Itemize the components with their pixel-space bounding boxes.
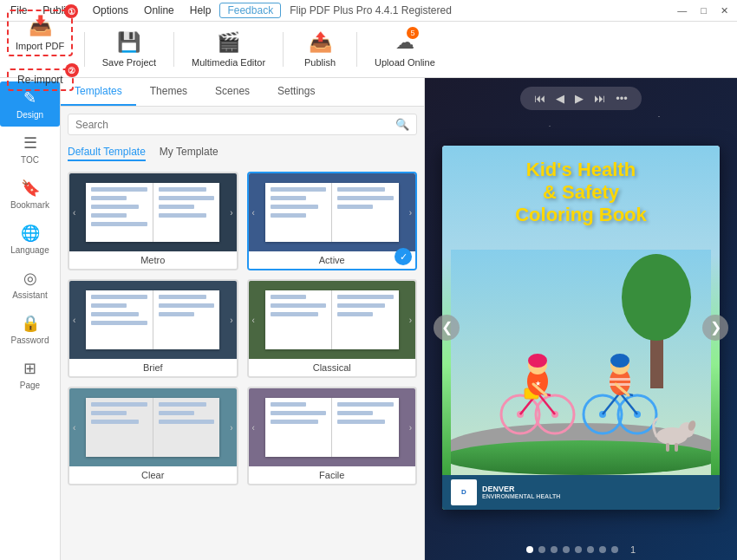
active-preview: ‹ › bbox=[249, 173, 416, 251]
toolbar-sep-2 bbox=[173, 32, 174, 67]
classical-preview: ‹ › bbox=[249, 281, 416, 359]
sidebar-item-assistant[interactable]: ◎ Assistant bbox=[0, 262, 60, 307]
template-facile[interactable]: ‹ › Facile bbox=[247, 387, 418, 485]
import-icon: 📥 bbox=[29, 15, 52, 37]
template-brief[interactable]: ‹ › Brief bbox=[68, 279, 238, 378]
page-dot-6[interactable] bbox=[587, 546, 594, 553]
search-input[interactable] bbox=[75, 119, 392, 131]
bottom-controls: 1 bbox=[526, 544, 636, 560]
book-title-line1: Kid's Health bbox=[451, 159, 711, 181]
book-prev-arrow[interactable]: ❮ bbox=[434, 315, 460, 341]
classical-nav-right: › bbox=[409, 316, 412, 325]
reimport-badge: ② bbox=[65, 63, 79, 77]
metro-nav-left: ‹ bbox=[73, 208, 75, 218]
denver-logo-text: DENVER ENVIRONMENTAL HEALTH bbox=[482, 485, 560, 499]
page-number: 1 bbox=[630, 544, 636, 555]
bookmark-icon: 🔖 bbox=[21, 179, 40, 198]
menu-feedback[interactable]: Feedback bbox=[219, 3, 281, 18]
svg-point-16 bbox=[528, 354, 547, 368]
facile-name: Facile bbox=[249, 466, 416, 484]
multimedia-editor-button[interactable]: 🎬 Multimedia Editor bbox=[185, 28, 272, 71]
templates-grid: ‹ › Metro bbox=[61, 168, 424, 489]
publish-button[interactable]: 📤 Publish bbox=[294, 28, 346, 71]
book-title: Kid's Health & Safety Coloring Book bbox=[442, 146, 720, 231]
page-dot-1[interactable] bbox=[526, 546, 533, 553]
close-button[interactable]: ✕ bbox=[715, 3, 734, 18]
player-last-button[interactable]: ⏭ bbox=[590, 90, 609, 107]
toolbar-sep-4 bbox=[356, 32, 357, 67]
facile-preview: ‹ › bbox=[249, 388, 416, 466]
menu-options[interactable]: Options bbox=[86, 3, 135, 18]
minimize-button[interactable]: — bbox=[672, 3, 692, 17]
page-dot-5[interactable] bbox=[575, 546, 582, 553]
template-clear[interactable]: ‹ › Clear bbox=[68, 387, 238, 485]
template-metro[interactable]: ‹ › Metro bbox=[68, 172, 238, 270]
reimport-label: Re-import bbox=[17, 74, 63, 86]
page-dot-3[interactable] bbox=[551, 546, 558, 553]
sidebar-item-language[interactable]: 🌐 Language bbox=[0, 217, 60, 262]
save-icon: 💾 bbox=[117, 31, 140, 54]
reimport-button[interactable]: ② Re-import bbox=[7, 68, 74, 91]
page-dot-8[interactable] bbox=[611, 546, 618, 553]
menu-online[interactable]: Online bbox=[137, 3, 181, 18]
sidebar-item-bookmark[interactable]: 🔖 Bookmark bbox=[0, 172, 60, 217]
metro-nav-right: › bbox=[230, 208, 232, 218]
main-area: ✎ Design ☰ TOC 🔖 Bookmark 🌐 Language ◎ A… bbox=[0, 78, 737, 560]
template-classical[interactable]: ‹ › Classical bbox=[247, 279, 418, 378]
maximize-button[interactable]: □ bbox=[695, 3, 712, 17]
template-tab-bar: Default Template My Template bbox=[61, 142, 424, 168]
design-icon: ✎ bbox=[23, 88, 36, 107]
template-tab-my[interactable]: My Template bbox=[160, 146, 218, 161]
clear-nav-left: ‹ bbox=[73, 423, 75, 433]
save-project-button[interactable]: 💾 Save Project bbox=[95, 28, 163, 71]
save-label: Save Project bbox=[102, 57, 156, 68]
player-first-button[interactable]: ⏮ bbox=[531, 90, 549, 107]
classical-nav-left: ‹ bbox=[252, 316, 255, 325]
svg-point-4 bbox=[451, 440, 711, 475]
sidebar-label-page: Page bbox=[20, 381, 40, 390]
sidebar-item-password[interactable]: 🔒 Password bbox=[0, 307, 60, 352]
template-tab-default[interactable]: Default Template bbox=[68, 146, 146, 161]
classical-name: Classical bbox=[249, 359, 416, 376]
template-active[interactable]: ‹ › Active ✓ bbox=[247, 172, 418, 270]
svg-point-30 bbox=[610, 354, 629, 368]
sidebar-label-design: Design bbox=[16, 110, 43, 120]
sidebar-label-language: Language bbox=[10, 245, 49, 255]
page-dot-2[interactable] bbox=[538, 546, 545, 553]
cover-image: Kid's Health & Safety Coloring Book bbox=[442, 146, 720, 510]
menubar: File Publish Options Online Help Feedbac… bbox=[0, 0, 737, 22]
publish-label: Publish bbox=[304, 57, 336, 68]
player-more-button[interactable]: ••• bbox=[612, 90, 631, 107]
player-prev-button[interactable]: ◀ bbox=[552, 90, 568, 107]
player-next-button[interactable]: ▶ bbox=[571, 90, 587, 107]
svg-point-2 bbox=[622, 254, 691, 341]
page-icon: ⊞ bbox=[23, 359, 36, 378]
book-cover-area: ❮ Kid's Health & Safety Coloring Book bbox=[425, 110, 737, 544]
import-pdf-button[interactable]: ① 📥 Import PDF bbox=[7, 10, 73, 56]
metro-preview: ‹ › bbox=[69, 173, 237, 251]
svg-rect-35 bbox=[666, 443, 669, 452]
multimedia-label: Multimedia Editor bbox=[192, 57, 265, 68]
sidebar-label-assistant: Assistant bbox=[12, 290, 48, 300]
assistant-icon: ◎ bbox=[23, 269, 37, 288]
sidebar-item-page[interactable]: ⊞ Page bbox=[0, 352, 60, 397]
book-title-line2: & Safety bbox=[451, 181, 711, 204]
tab-themes[interactable]: Themes bbox=[136, 78, 201, 106]
svg-rect-28 bbox=[610, 383, 630, 386]
content-panel: Templates Themes Scenes Settings 🔍 Defau… bbox=[61, 78, 425, 560]
tab-settings[interactable]: Settings bbox=[264, 78, 329, 106]
sidebar-item-toc[interactable]: ☰ TOC bbox=[0, 127, 60, 172]
page-dot-4[interactable] bbox=[563, 546, 570, 553]
multimedia-icon: 🎬 bbox=[217, 31, 240, 54]
selected-check: ✓ bbox=[395, 248, 412, 265]
active-nav-right: › bbox=[409, 208, 412, 218]
svg-text:★: ★ bbox=[535, 380, 541, 387]
tab-scenes[interactable]: Scenes bbox=[201, 78, 264, 106]
player-controls: ⏮ ◀ ▶ ⏭ ••• bbox=[520, 87, 642, 110]
cover-illustration: ★ bbox=[451, 250, 711, 475]
brief-nav-left: ‹ bbox=[73, 316, 75, 325]
upload-online-button[interactable]: ☁ 5 Upload Online bbox=[368, 28, 442, 71]
book-next-arrow[interactable]: ❯ bbox=[702, 315, 728, 341]
page-dot-7[interactable] bbox=[599, 546, 606, 553]
menu-help[interactable]: Help bbox=[183, 3, 218, 18]
